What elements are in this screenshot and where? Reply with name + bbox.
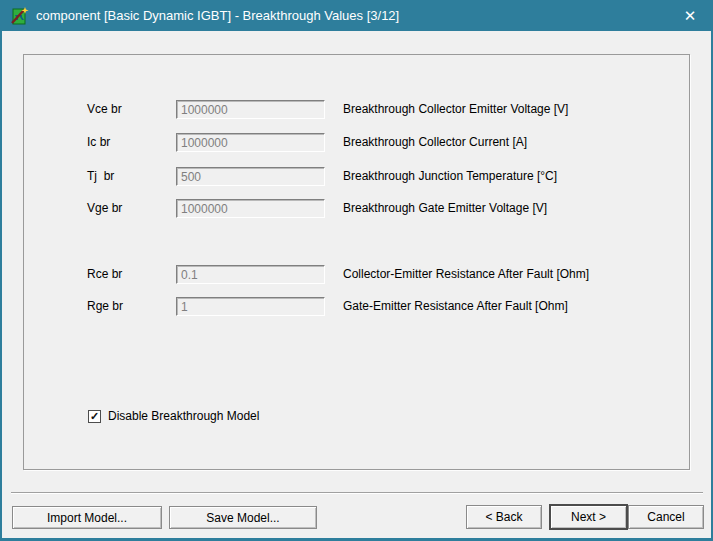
param-label-vce-br: Vce br [87,100,122,119]
back-button[interactable]: < Back [466,505,542,529]
param-description-vge-br: Breakthrough Gate Emitter Voltage [V] [343,199,547,218]
param-label-rge-br: Rge br [87,297,123,316]
form-row-rge-br: Rge br Gate-Emitter Resistance After Fau… [2,297,711,316]
param-input-tj-br[interactable] [176,167,325,186]
param-description-rce-br: Collector-Emitter Resistance After Fault… [343,265,589,284]
param-description-vce-br: Breakthrough Collector Emitter Voltage [… [343,100,568,119]
param-input-vce-br[interactable] [176,100,325,119]
form-row-ic-br: Ic br Breakthrough Collector Current [A] [2,133,711,152]
param-label-ic-br: Ic br [87,133,110,152]
disable-breakthrough-checkbox[interactable]: ✓ Disable Breakthrough Model [88,408,259,424]
app-icon [9,6,29,26]
param-description-ic-br: Breakthrough Collector Current [A] [343,133,527,152]
form-row-tj-br: Tj br Breakthrough Junction Temperature … [2,167,711,186]
param-input-rce-br[interactable] [176,265,325,284]
next-button[interactable]: Next > [549,504,628,530]
param-input-vge-br[interactable] [176,199,325,218]
checkbox-check-icon: ✓ [88,410,101,423]
dialog-body: Vce br Breakthrough Collector Emitter Vo… [2,31,711,538]
param-label-rce-br: Rce br [87,265,122,284]
form-row-vge-br: Vge br Breakthrough Gate Emitter Voltage… [2,199,711,218]
param-input-rge-br[interactable] [176,297,325,316]
form-row-vce-br: Vce br Breakthrough Collector Emitter Vo… [2,100,711,119]
param-description-tj-br: Breakthrough Junction Temperature [°C] [343,167,557,186]
window-title: component [Basic Dynamic IGBT] - Breakth… [36,0,399,31]
close-icon: ✕ [684,7,697,25]
param-description-rge-br: Gate-Emitter Resistance After Fault [Ohm… [343,297,568,316]
save-model-button[interactable]: Save Model... [169,506,317,529]
titlebar: component [Basic Dynamic IGBT] - Breakth… [0,0,713,31]
checkbox-label: Disable Breakthrough Model [108,409,259,423]
close-button[interactable]: ✕ [667,0,713,31]
param-label-tj-br: Tj br [87,167,114,186]
footer-separator [11,492,703,494]
wizard-dialog: component [Basic Dynamic IGBT] - Breakth… [0,0,713,541]
import-model-button[interactable]: Import Model... [12,506,162,529]
cancel-button[interactable]: Cancel [628,505,704,529]
param-label-vge-br: Vge br [87,199,122,218]
form-row-rce-br: Rce br Collector-Emitter Resistance Afte… [2,265,711,284]
param-input-ic-br[interactable] [176,133,325,152]
